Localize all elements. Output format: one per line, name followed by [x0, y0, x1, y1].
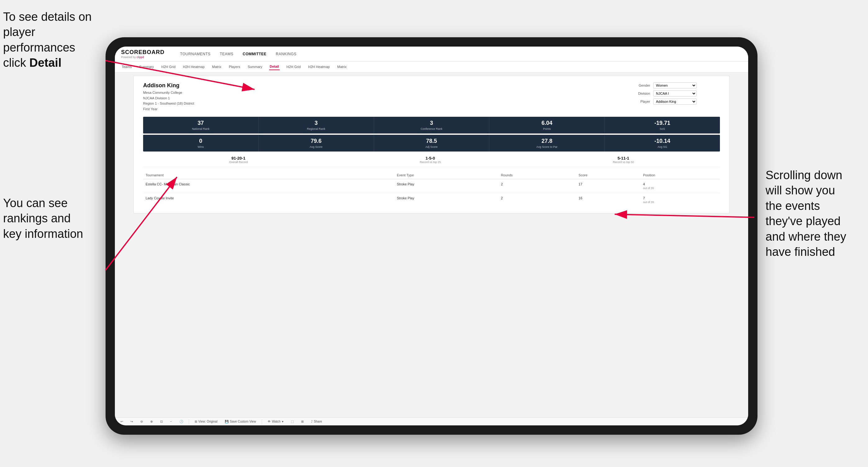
- subnav-summary[interactable]: Summary: [138, 64, 154, 70]
- zoom-out-btn[interactable]: ⊖: [138, 419, 145, 424]
- filter-player: Player Addison King: [633, 98, 720, 105]
- stat-cell: 3Conference Rank: [374, 117, 490, 133]
- subnav-matrix[interactable]: Matrix: [211, 64, 222, 70]
- view-original-btn[interactable]: ⊞ View: Original: [193, 419, 219, 424]
- annotation-bottomleft: You can see rankings and key information: [3, 196, 108, 242]
- tournament-name: Lady Coyote Invite: [143, 193, 371, 207]
- minus-btn[interactable]: −: [168, 419, 174, 424]
- stat-cell: 78.5Adj Score: [374, 135, 490, 152]
- filter-gender: Gender Women: [633, 82, 720, 89]
- logo-area: SCOREBOARD Powered by clippd: [121, 49, 164, 59]
- subnav-teams[interactable]: Teams: [121, 64, 132, 70]
- subnav-h2hgrid[interactable]: H2H Grid: [160, 64, 176, 70]
- zoom-in-btn[interactable]: ⊕: [148, 419, 155, 424]
- player-filters: Gender Women Division NJCAA I: [633, 82, 720, 105]
- player-division: NJCAA Division 1: [143, 96, 194, 101]
- stats-row-1: 37National Rank3Regional Rank3Conference…: [143, 117, 720, 133]
- nav-committee[interactable]: COMMITTEE: [243, 51, 267, 57]
- content-panel: Addison King Mesa Community College NJCA…: [133, 76, 730, 213]
- bottom-toolbar: ↩ ↪ ⊖ ⊕ ⊡ − 🕐 ⊞ View: Original 💾 Save Cu…: [115, 417, 748, 426]
- stat-cell: -19.71SoS: [605, 117, 720, 133]
- player-year: First Year: [143, 106, 194, 112]
- record-item: 91-20-1Overall Record: [229, 156, 248, 164]
- undo-btn[interactable]: ↩: [119, 419, 125, 424]
- sub-nav: Teams Summary H2H Grid H2H Heatmap Matri…: [115, 61, 748, 73]
- redo-btn[interactable]: ↪: [128, 419, 135, 424]
- logo-title: SCOREBOARD: [121, 49, 164, 56]
- stat-cell: 0Wins: [143, 135, 258, 152]
- tablet-screen: SCOREBOARD Powered by clippd TOURNAMENTS…: [115, 46, 748, 426]
- col-score: Score: [576, 172, 641, 179]
- col-position: Position: [641, 172, 720, 179]
- tournament-rounds: 2: [498, 179, 576, 193]
- subnav-h2hheatmap2[interactable]: H2H Heatmap: [308, 64, 331, 70]
- col-rounds: Rounds: [498, 172, 576, 179]
- stat-cell: 27.8Avg Score to Par: [489, 135, 605, 152]
- tournament-score: 16: [576, 193, 641, 207]
- record-item: 1-5-0Record vs top 25: [420, 156, 441, 164]
- subnav-players[interactable]: Players: [228, 64, 241, 70]
- tournament-event-type: Stroke Play: [394, 193, 498, 207]
- subnav-detail[interactable]: Detail: [269, 63, 280, 70]
- separator-1: [189, 419, 189, 424]
- nav-teams[interactable]: TEAMS: [220, 51, 234, 57]
- tablet-frame: SCOREBOARD Powered by clippd TOURNAMENTS…: [105, 37, 757, 435]
- player-info: Addison King Mesa Community College NJCA…: [143, 82, 194, 112]
- nav-tournaments[interactable]: TOURNAMENTS: [180, 51, 211, 57]
- stat-cell: 79.6Avg Score: [258, 135, 374, 152]
- logo-subtitle: Powered by clippd: [121, 56, 164, 59]
- subnav-h2hheatmap[interactable]: H2H Heatmap: [182, 64, 205, 70]
- tournament-score: 17: [576, 179, 641, 193]
- tournament-position: 4out of 20: [641, 179, 720, 193]
- player-select[interactable]: Addison King: [653, 98, 696, 105]
- division-select[interactable]: NJCAA I: [653, 90, 696, 97]
- annotation-bottomright: Scrolling down will show you the events …: [766, 168, 865, 259]
- stat-cell: 6.04Points: [489, 117, 605, 133]
- screen-btn[interactable]: ⬚: [289, 419, 296, 424]
- tournament-rounds: 2: [498, 193, 576, 207]
- table-row: Lady Coyote Invite Stroke Play 2 16 7out…: [143, 193, 720, 207]
- col-empty: [371, 172, 394, 179]
- tournament-empty: [371, 193, 394, 207]
- stat-cell: -10.14Avg SG: [605, 135, 720, 152]
- tournament-name: Estella CC- Mountain Classic: [143, 179, 371, 193]
- grid-btn[interactable]: ⊞: [299, 419, 306, 424]
- col-tournament: Tournament: [143, 172, 371, 179]
- stats-row-2: 0Wins79.6Avg Score78.5Adj Score27.8Avg S…: [143, 135, 720, 152]
- gender-select[interactable]: Women: [653, 82, 696, 89]
- records-row: 91-20-1Overall Record1-5-0Record vs top …: [143, 153, 720, 167]
- stat-cell: 3Regional Rank: [258, 117, 374, 133]
- crop-btn[interactable]: ⊡: [158, 419, 164, 424]
- clock-btn[interactable]: 🕐: [178, 419, 185, 424]
- player-region: Region 1 - Southwest (18) District: [143, 101, 194, 106]
- stat-cell: 37National Rank: [143, 117, 258, 133]
- share-btn[interactable]: ⤴ Share: [309, 419, 324, 424]
- tournament-event-type: Stroke Play: [394, 179, 498, 193]
- tournament-table: Tournament Event Type Rounds Score Posit…: [143, 172, 720, 207]
- top-nav: SCOREBOARD Powered by clippd TOURNAMENTS…: [115, 46, 748, 61]
- record-item: 5-11-1Record vs top 50: [613, 156, 634, 164]
- watch-btn[interactable]: 👁 Watch ▾: [266, 419, 285, 424]
- player-header: Addison King Mesa Community College NJCA…: [143, 82, 720, 112]
- subnav-h2hgrid2[interactable]: H2H Grid: [286, 64, 302, 70]
- nav-rankings[interactable]: RANKINGS: [276, 51, 297, 57]
- tournament-position: 7out of 20: [641, 193, 720, 207]
- filter-division: Division NJCAA I: [633, 90, 720, 97]
- col-event-type: Event Type: [394, 172, 498, 179]
- app-container: SCOREBOARD Powered by clippd TOURNAMENTS…: [115, 46, 748, 426]
- save-custom-btn[interactable]: 💾 Save Custom View: [223, 419, 258, 424]
- player-name: Addison King: [143, 82, 194, 89]
- tournament-empty: [371, 179, 394, 193]
- player-school: Mesa Community College: [143, 90, 194, 96]
- table-row: Estella CC- Mountain Classic Stroke Play…: [143, 179, 720, 193]
- subnav-summary2[interactable]: Summary: [247, 64, 263, 70]
- annotation-topleft: To see details on player performances cl…: [3, 9, 108, 71]
- subnav-matrix2[interactable]: Matrix: [337, 64, 347, 70]
- main-content: Addison King Mesa Community College NJCA…: [115, 73, 748, 417]
- separator-2: [262, 419, 262, 424]
